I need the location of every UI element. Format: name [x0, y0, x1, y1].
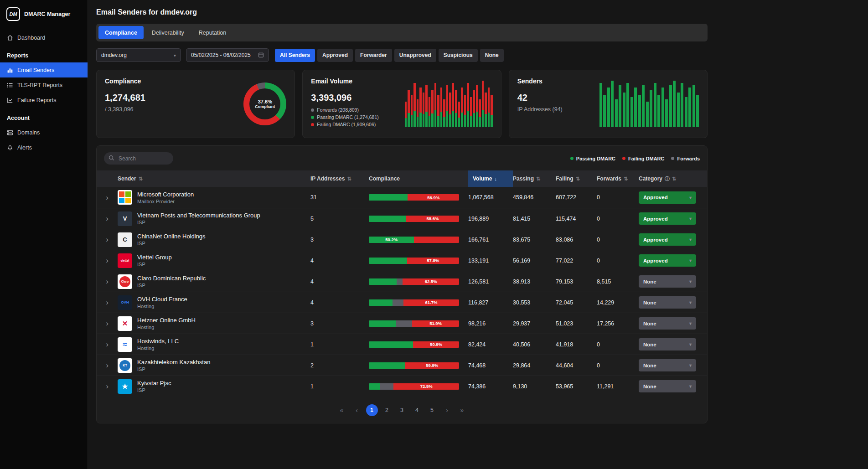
compliance-bar: 58.6%	[369, 216, 459, 222]
passing-cell: 29,937	[513, 320, 556, 327]
category-select[interactable]: Approved▾	[639, 254, 696, 267]
pagination-last[interactable]: »	[456, 404, 468, 416]
senders-table-card: Passing DMARCFailing DMARCForwards Sende…	[96, 145, 708, 423]
expander-cell: ›	[97, 298, 118, 307]
senders-bar	[642, 85, 645, 127]
expand-row-button[interactable]: ›	[103, 319, 111, 328]
expand-row-button[interactable]: ›	[103, 298, 111, 307]
filter-approved[interactable]: Approved	[317, 49, 353, 62]
volume-bar	[470, 81, 472, 127]
sender-cell: OVHOVH Cloud FranceHosting	[118, 295, 310, 310]
sender-type: ISP	[137, 387, 171, 393]
category-label: Approved	[643, 195, 668, 200]
sender-type: ISP	[137, 220, 260, 225]
pagination-page-2[interactable]: 2	[381, 404, 393, 416]
filter-all-senders[interactable]: All Senders	[275, 49, 315, 62]
ip-addresses-cell: 4	[310, 258, 369, 264]
domain-select[interactable]: dmdev.org ▾	[96, 48, 181, 62]
expand-row-button[interactable]: ›	[103, 193, 111, 202]
filter-none[interactable]: None	[480, 49, 504, 62]
category-select[interactable]: None▾	[639, 359, 696, 371]
sender-type: ISP	[137, 262, 172, 267]
sender-cell: ★Kyivstar PjscISP	[118, 379, 310, 394]
sidebar-item-email-senders[interactable]: Email Senders	[0, 62, 88, 77]
pagination-page-1[interactable]: 1	[366, 404, 378, 416]
sender-logo: viettel	[118, 253, 132, 268]
category-cell: Approved▾	[639, 233, 707, 246]
pagination-first[interactable]: «	[336, 404, 348, 416]
sidebar-item-failure-reports[interactable]: Failure Reports	[0, 93, 88, 108]
expand-row-button[interactable]: ›	[103, 361, 111, 370]
category-select[interactable]: Approved▾	[639, 212, 696, 225]
volume-cell: 98,216	[468, 320, 513, 327]
category-select[interactable]: None▾	[639, 296, 696, 309]
sender-filter-group: All SendersApprovedForwarderUnapprovedSu…	[275, 49, 504, 62]
sidebar-item-domains[interactable]: Domains	[0, 125, 88, 140]
info-icon: ⓘ	[665, 175, 670, 182]
category-select[interactable]: None▾	[639, 338, 696, 350]
senders-value: 42	[517, 93, 563, 103]
sender-name: OVH Cloud France	[137, 296, 187, 303]
category-select[interactable]: Approved▾	[639, 191, 696, 204]
pagination-next[interactable]: ›	[441, 404, 453, 416]
sender-type: ISP	[137, 241, 206, 246]
expander-cell: ›	[97, 235, 118, 244]
category-select[interactable]: None▾	[639, 317, 696, 330]
column-header-forwards[interactable]: Forwards⇅	[597, 170, 639, 187]
category-cell: None▾	[639, 317, 707, 330]
sender-row: ›CChinaNet Online HoldingsISP350.2%166,7…	[97, 229, 707, 250]
pagination-prev[interactable]: ‹	[351, 404, 363, 416]
senders-bar	[654, 83, 656, 127]
sidebar-section-account: Account	[0, 108, 88, 125]
legend-label: Forwards	[677, 156, 700, 161]
expander-cell: ›	[97, 340, 118, 349]
column-header-failing[interactable]: Failing⇅	[556, 170, 597, 187]
forwards-segment	[380, 383, 393, 390]
column-header-category[interactable]: Categoryⓘ⇅	[639, 170, 707, 187]
date-range-picker[interactable]: 05/02/2025 - 06/02/2025	[186, 48, 269, 62]
sidebar-item-alerts[interactable]: Alerts	[0, 140, 88, 155]
filter-unapproved[interactable]: Unapproved	[394, 49, 436, 62]
filter-suspicious[interactable]: Suspicious	[439, 49, 478, 62]
sender-logo-text: viettel	[121, 259, 129, 262]
compliance-bar: 59.9%	[369, 362, 459, 369]
category-label: Approved	[643, 216, 668, 222]
forwards-cell: 8,515	[597, 278, 639, 285]
pagination-page-3[interactable]: 3	[396, 404, 408, 416]
passing-segment	[369, 383, 380, 390]
compliance-bar: 62.5%	[369, 278, 459, 285]
column-header-volume[interactable]: Volume↓	[468, 170, 513, 187]
category-select[interactable]: None▾	[639, 380, 696, 392]
sender-name: ChinaNet Online Holdings	[137, 233, 206, 240]
table-legend-item: Forwards	[671, 156, 700, 161]
tab-reputation[interactable]: Reputation	[192, 26, 232, 39]
filter-forwarder[interactable]: Forwarder	[355, 49, 392, 62]
pagination-page-4[interactable]: 4	[411, 404, 423, 416]
expand-row-button[interactable]: ›	[103, 382, 111, 391]
tab-compliance[interactable]: Compliance	[98, 26, 144, 39]
donut-percent: 37.6%	[258, 99, 272, 104]
sidebar-item-label: Email Senders	[17, 67, 54, 73]
search-input[interactable]	[118, 155, 169, 162]
column-header-sender[interactable]: Sender⇅	[118, 170, 310, 187]
sidebar-item-dashboard[interactable]: Dashboard	[0, 30, 88, 45]
column-header-ip-addresses[interactable]: IP Addresses⇅	[310, 170, 369, 187]
sender-row: ›★Kyivstar PjscISP172.5%74,3869,13053,96…	[97, 376, 707, 397]
tab-deliverability[interactable]: Deliverability	[145, 26, 191, 39]
sender-text: Viettel GroupISP	[137, 254, 172, 267]
senders-bar	[650, 90, 652, 127]
column-header-passing[interactable]: Passing⇅	[513, 170, 556, 187]
category-select[interactable]: Approved▾	[639, 233, 696, 246]
category-select[interactable]: None▾	[639, 275, 696, 288]
volume-bar	[443, 81, 445, 127]
compliance-bar: 61.7%	[369, 299, 459, 306]
expand-row-button[interactable]: ›	[103, 277, 111, 286]
failing-segment: 56.9%	[408, 194, 459, 201]
expand-row-button[interactable]: ›	[103, 235, 111, 244]
expand-row-button[interactable]: ›	[103, 340, 111, 349]
expand-row-button[interactable]: ›	[103, 256, 111, 265]
sender-row: ›✕Hetzner Online GmbHHosting351.9%98,216…	[97, 313, 707, 334]
pagination-page-5[interactable]: 5	[426, 404, 438, 416]
expand-row-button[interactable]: ›	[103, 214, 111, 223]
sidebar-item-tls-rpt-reports[interactable]: TLS-RPT Reports	[0, 77, 88, 93]
